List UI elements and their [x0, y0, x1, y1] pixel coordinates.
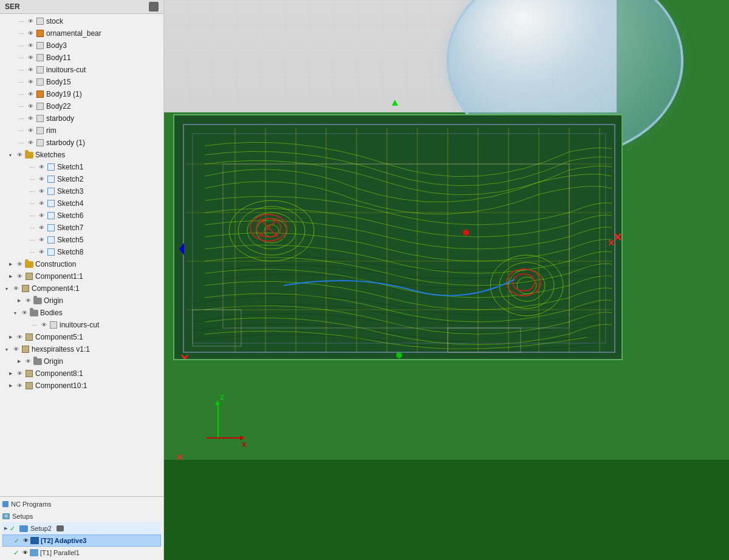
tree-item-sketch4[interactable]: Sketch4	[0, 197, 163, 210]
parallel1-icon	[30, 549, 38, 556]
label-body22: Body22	[46, 102, 71, 111]
tree-item-origin2[interactable]: Origin	[0, 355, 163, 367]
icon-sketches-folder	[24, 150, 34, 160]
tree-item-body11[interactable]: Body11	[0, 52, 163, 64]
expand-body22	[17, 102, 26, 111]
expand-comp4[interactable]	[2, 284, 11, 293]
tree-item-sketch5[interactable]: Sketch5	[0, 234, 163, 246]
eye-origin2[interactable]	[23, 357, 33, 366]
eye-comp5[interactable]	[15, 332, 24, 342]
icon-comp1	[24, 271, 34, 281]
viewport[interactable]: Z X ✕ ✕	[164, 0, 729, 560]
nc-programs-row: NC Programs	[2, 498, 161, 510]
icon-sketch4	[46, 199, 56, 208]
expand-origin1[interactable]	[15, 296, 23, 305]
expand-construction[interactable]	[6, 260, 15, 268]
svg-point-43	[463, 230, 469, 236]
expand-sketch4	[28, 199, 36, 208]
tree-item-ornamental-bear[interactable]: ornamental_bear	[0, 27, 163, 39]
icon-ornamental	[35, 29, 45, 38]
tree-item-sketch2[interactable]: Sketch2	[0, 173, 163, 185]
eye-comp8[interactable]	[15, 369, 24, 378]
icon-stock	[35, 16, 45, 26]
tree-item-sketch3[interactable]: Sketch3	[0, 185, 163, 197]
tree-item-component8-1[interactable]: Component8:1	[0, 367, 163, 380]
eye-sketch5[interactable]	[36, 235, 46, 245]
tree-item-body22[interactable]: Body22	[0, 100, 163, 112]
camera-icon	[56, 525, 64, 531]
main-layout: SER stock ornamental_bear	[0, 0, 729, 560]
tree-item-starbody[interactable]: starbody	[0, 112, 163, 125]
eye-body11[interactable]	[26, 53, 35, 63]
expand-body19	[17, 90, 26, 98]
expand-sketches[interactable]	[6, 151, 15, 159]
eye-adaptive[interactable]: 👁	[23, 538, 29, 544]
tree-item-inuitours-cut2[interactable]: inuitours-cut	[0, 319, 163, 331]
tree-item-body3[interactable]: Body3	[0, 39, 163, 52]
eye-sketches[interactable]	[15, 150, 24, 160]
tree-item-component1-1[interactable]: Component1:1	[0, 270, 163, 282]
expand-hex[interactable]	[2, 345, 11, 353]
adaptive3-row[interactable]: ✓ 👁 [T2] Adaptive3	[2, 534, 161, 547]
eye-body19[interactable]	[26, 89, 35, 99]
tree-item-sketch1[interactable]: Sketch1	[0, 161, 163, 173]
tree-item-sketch6[interactable]: Sketch6	[0, 210, 163, 222]
tree-item-component5-1[interactable]: Component5:1	[0, 331, 163, 343]
eye-sketch8[interactable]	[36, 247, 46, 257]
expand-comp8[interactable]	[6, 369, 15, 378]
tree-item-construction[interactable]: Construction	[0, 258, 163, 270]
eye-comp10[interactable]	[15, 381, 24, 391]
expand-bodies[interactable]	[11, 309, 19, 317]
setups-icon: ⚙	[2, 513, 10, 519]
eye-bodies[interactable]	[19, 308, 29, 318]
eye-body15[interactable]	[26, 77, 35, 87]
eye-inuitours[interactable]	[26, 65, 35, 75]
tree-item-rim[interactable]: rim	[0, 125, 163, 137]
tree-item-starbody1[interactable]: starbody (1)	[0, 137, 163, 149]
expand-origin2[interactable]	[15, 357, 23, 366]
setup2-expand[interactable]: ▶	[4, 526, 7, 531]
eye-parallel[interactable]: 👁	[22, 550, 28, 556]
parallel1-row[interactable]: ✓ 👁 [T1] Parallel1	[2, 547, 161, 559]
tree-item-bodies[interactable]: Bodies	[0, 307, 163, 319]
label-comp8: Component8:1	[35, 369, 83, 378]
svg-rect-0	[174, 115, 623, 360]
eye-hex[interactable]	[11, 344, 21, 354]
tree-item-component4-1[interactable]: Component4:1	[0, 282, 163, 295]
eye-sketch7[interactable]	[36, 223, 46, 233]
eye-comp1[interactable]	[15, 271, 24, 281]
tree-item-sketch7[interactable]: Sketch7	[0, 222, 163, 234]
eye-starbody1[interactable]	[26, 138, 35, 148]
eye-starbody[interactable]	[26, 114, 35, 123]
panel-icon[interactable]	[149, 2, 159, 12]
eye-sketch4[interactable]	[36, 199, 46, 208]
tree-item-body15[interactable]: Body15	[0, 76, 163, 88]
eye-inuitours2[interactable]	[39, 320, 49, 330]
tree-item-sketch8[interactable]: Sketch8	[0, 246, 163, 258]
tree-item-body19[interactable]: Body19 (1)	[0, 88, 163, 100]
eye-comp4[interactable]	[11, 284, 21, 293]
tree-item-inuitours-cut[interactable]: inuitours-cut	[0, 64, 163, 76]
eye-ornamental[interactable]	[26, 29, 35, 38]
tree-item-component10-1[interactable]: Component10:1	[0, 380, 163, 392]
eye-sketch2[interactable]	[36, 174, 46, 184]
label-sketch3: Sketch3	[57, 187, 83, 196]
tree-item-origin1[interactable]: Origin	[0, 295, 163, 307]
expand-comp1[interactable]	[6, 272, 15, 281]
expand-comp10[interactable]	[6, 381, 15, 390]
tree-item-stock[interactable]: stock	[0, 15, 163, 27]
eye-sketch6[interactable]	[36, 211, 46, 220]
tree-item-hexspiraltess[interactable]: hexspiraltess v1:1	[0, 343, 163, 355]
expand-comp5[interactable]	[6, 333, 15, 341]
eye-rim[interactable]	[26, 126, 35, 135]
tree-item-sketches[interactable]: Sketches	[0, 149, 163, 161]
eye-stock[interactable]	[26, 16, 35, 26]
eye-construction[interactable]	[15, 259, 24, 269]
eye-sketch3[interactable]	[36, 186, 46, 196]
eye-body22[interactable]	[26, 101, 35, 111]
eye-origin1[interactable]	[23, 296, 33, 306]
eye-sketch1[interactable]	[36, 162, 46, 172]
icon-sketch3	[46, 186, 56, 196]
setup2-row[interactable]: ▶ ✓ Setup2	[2, 522, 161, 534]
eye-body3[interactable]	[26, 41, 35, 50]
